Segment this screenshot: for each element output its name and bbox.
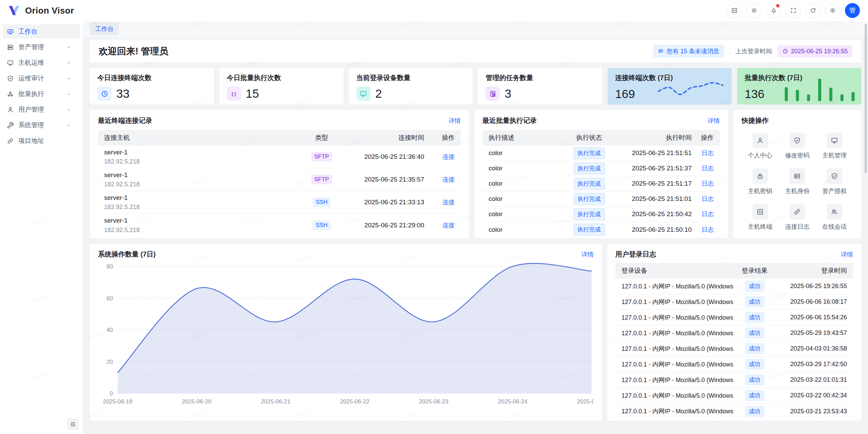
- sidebar-item-label: 系统管理: [18, 121, 44, 130]
- time-cell: 2025-03-22 01:01:31: [774, 376, 847, 383]
- quick-action-主机管理[interactable]: 主机管理: [816, 133, 853, 159]
- stat-value: 3: [505, 87, 511, 100]
- success-tag: 成功: [745, 390, 765, 401]
- theme-toggle-button[interactable]: [747, 3, 762, 18]
- connect-link[interactable]: 连接: [442, 222, 455, 229]
- stat-label: 今日批量执行次数: [227, 73, 336, 82]
- host-cell: server-1182.92.5.218: [104, 216, 302, 234]
- user-icon: [7, 106, 14, 113]
- header-cell: 登录设备: [622, 266, 735, 275]
- table-row: server-1182.92.5.218SFTP2025-06-25 21:36…: [98, 146, 461, 168]
- desc-cell: color: [489, 165, 566, 172]
- table-row: color执行完成2025-06-25 21:50:10日志: [482, 222, 720, 237]
- sidebar-item-主机运维[interactable]: 主机运维: [3, 56, 80, 70]
- chart-detail-link[interactable]: 详情: [581, 250, 594, 259]
- quick-action-主机密钥[interactable]: 主机密钥: [742, 168, 779, 195]
- exec-detail-link[interactable]: 详情: [708, 117, 720, 125]
- quick-action-资产授权[interactable]: 资产授权: [816, 168, 853, 195]
- time-cell: 2025-06-25 21:35:57: [341, 176, 424, 183]
- link-icon: [7, 137, 14, 145]
- quick-action-在线会话[interactable]: 在线会话: [816, 204, 853, 231]
- last-login-label: 上次登录时间: [735, 47, 772, 55]
- api-docs-button[interactable]: [727, 3, 742, 18]
- connect-link[interactable]: 连接: [442, 153, 455, 160]
- table-row: server-1182.92.5.218SSH2025-06-25 21:29:…: [98, 214, 461, 237]
- idcard-icon: [789, 168, 805, 184]
- header-cell: 执行时间: [612, 133, 692, 142]
- connect-link[interactable]: 连接: [442, 176, 455, 183]
- sidebar-item-运维审计[interactable]: 运维审计: [3, 71, 80, 86]
- device-cell: 127.0.0.1 - 内网IP - Mozilla/5.0 (Windows …: [622, 392, 735, 400]
- sidebar-item-项目地址[interactable]: 项目地址: [3, 134, 80, 148]
- log-link[interactable]: 日志: [702, 165, 714, 172]
- scrollbar-thumb[interactable]: [865, 24, 867, 173]
- quick-action-连接日志[interactable]: 连接日志: [779, 204, 816, 231]
- quick-action-主机终端[interactable]: 主机终端: [742, 204, 779, 231]
- panel-title: 最近批量执行记录: [482, 116, 537, 125]
- sparkbar-chart: [783, 77, 856, 102]
- success-tag: 成功: [745, 327, 765, 339]
- fullscreen-button[interactable]: [786, 3, 801, 18]
- breadcrumb-item-workbench[interactable]: 工作台: [90, 22, 119, 35]
- quick-action-label: 主机管理: [822, 151, 847, 159]
- spark-card-连接终端次数 (7日): 连接终端次数 (7日)169: [608, 68, 732, 105]
- log-link[interactable]: 日志: [702, 180, 714, 187]
- status-cell: 执行完成: [566, 193, 612, 205]
- result-cell: 成功: [735, 374, 774, 385]
- quick-action-个人中心[interactable]: 个人中心: [742, 133, 779, 159]
- desc-cell: color: [489, 226, 566, 233]
- sidebar-collapse-button[interactable]: [67, 418, 79, 430]
- sidebar-item-系统管理[interactable]: 系统管理: [3, 118, 80, 132]
- unread-messages-badge[interactable]: 您有 15 条未读消息: [653, 45, 724, 58]
- action-cell: 日志: [692, 149, 714, 157]
- log-link[interactable]: 日志: [702, 150, 714, 156]
- connect-link[interactable]: 连接: [442, 199, 455, 206]
- log-link[interactable]: 日志: [702, 226, 714, 233]
- time-cell: 2025-05-29 19:43:57: [774, 329, 847, 337]
- sidebar-item-用户管理[interactable]: 用户管理: [3, 102, 80, 117]
- table-row: 127.0.0.1 - 内网IP - Mozilla/5.0 (Windows …: [615, 294, 853, 310]
- time-cell: 2025-03-22 00:42:34: [774, 392, 847, 399]
- user-avatar[interactable]: 管: [845, 3, 860, 18]
- action-cell: 连接: [424, 198, 455, 206]
- settings-button[interactable]: [825, 3, 840, 18]
- quick-action-主机身份[interactable]: 主机身份: [779, 168, 816, 195]
- sidebar-item-资产管理[interactable]: 资产管理: [3, 40, 80, 54]
- sidebar-item-工作台[interactable]: 工作台: [3, 24, 80, 39]
- svg-text:80: 80: [106, 263, 113, 270]
- header-cell: 连接主机: [104, 133, 302, 142]
- log-link[interactable]: 日志: [702, 195, 714, 202]
- code-icon: [752, 204, 768, 220]
- panel-title: 用户登录日志: [615, 250, 656, 259]
- sidebar-item-批量执行[interactable]: 批量执行: [3, 87, 80, 101]
- terminal-detail-link[interactable]: 详情: [449, 117, 461, 125]
- success-tag: 成功: [745, 374, 765, 385]
- type-tag: SFTP: [311, 152, 332, 162]
- svg-text:40: 40: [106, 327, 113, 333]
- welcome-card: 欢迎回来! 管理员 您有 15 条未读消息 上次登录时间 2025-06-25 …: [90, 40, 861, 62]
- table-row: 127.0.0.1 - 内网IP - Mozilla/5.0 (Windows …: [615, 325, 853, 341]
- success-tag: 成功: [745, 296, 765, 307]
- notifications-button[interactable]: [766, 3, 781, 18]
- type-cell: SFTP: [302, 152, 341, 162]
- refresh-button[interactable]: [806, 3, 821, 18]
- result-cell: 成功: [735, 406, 774, 417]
- header-cell: 操作: [424, 133, 455, 142]
- log-link[interactable]: 日志: [702, 211, 714, 218]
- table-row: 127.0.0.1 - 内网IP - Mozilla/5.0 (Windows …: [615, 279, 853, 294]
- host-ip: 182.92.5.218: [104, 226, 302, 234]
- action-cell: 日志: [692, 180, 714, 188]
- top-actions: 管: [727, 3, 860, 18]
- shield-icon: [827, 168, 842, 184]
- login-detail-link[interactable]: 详情: [841, 250, 853, 259]
- stat-card-今日连接终端次数: 今日连接终端次数33: [90, 68, 214, 105]
- svg-text:{ }: { }: [232, 91, 236, 96]
- table-row: 127.0.0.1 - 内网IP - Mozilla/5.0 (Windows …: [615, 388, 853, 403]
- result-cell: 成功: [735, 327, 774, 339]
- time-cell: 2025-04-03 01:36:58: [774, 345, 847, 352]
- host-cell: server-1182.92.5.218: [104, 193, 302, 211]
- success-tag: 成功: [745, 343, 765, 354]
- time-cell: 2025-06-25 21:51:37: [612, 165, 692, 172]
- welcome-meta: 您有 15 条未读消息 上次登录时间 2025-06-25 19:26:55: [653, 45, 852, 58]
- quick-action-修改密码[interactable]: 修改密码: [779, 133, 816, 159]
